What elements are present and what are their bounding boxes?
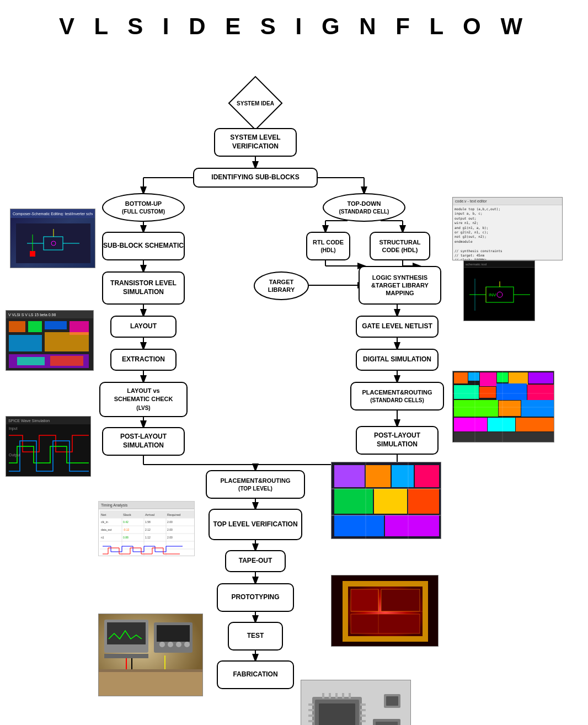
svg-rect-160 — [308, 720, 314, 722]
svg-rect-151 — [99, 672, 203, 696]
svg-rect-157 — [308, 703, 314, 706]
svg-rect-91 — [334, 489, 373, 514]
test-node: TEST — [228, 622, 283, 651]
svg-rect-167 — [322, 693, 324, 699]
svg-rect-87 — [334, 465, 365, 487]
schematic-screenshot: Composer-Schematic Editing: test/inverte… — [10, 209, 95, 268]
svg-rect-88 — [366, 465, 391, 487]
svg-text:Slack: Slack — [123, 513, 132, 516]
svg-text:0.88: 0.88 — [123, 536, 129, 539]
svg-rect-72 — [479, 387, 496, 398]
extraction-node: EXTRACTION — [110, 349, 177, 371]
svg-text:1.12: 1.12 — [145, 536, 151, 539]
svg-rect-140 — [104, 654, 148, 658]
svg-rect-48 — [45, 332, 89, 351]
svg-rect-93 — [408, 489, 439, 514]
svg-rect-94 — [334, 515, 384, 536]
svg-rect-76 — [499, 401, 521, 416]
page-title: V L S I D E S I G N F L O W — [0, 0, 588, 45]
svg-rect-134 — [351, 614, 420, 633]
svg-text:Output: Output — [9, 453, 20, 457]
svg-text:Required: Required — [167, 513, 180, 516]
top-level-verification-node: TOP LEVEL VERIFICATION — [209, 509, 302, 540]
svg-rect-45 — [45, 321, 67, 329]
svg-rect-132 — [351, 589, 378, 611]
transistor-level-simulation-node: TRANSISTOR LEVEL SIMULATION — [102, 271, 185, 305]
svg-rect-75 — [454, 400, 498, 417]
svg-rect-77 — [521, 400, 554, 417]
svg-rect-90 — [415, 465, 439, 487]
identifying-sub-blocks-node: IDENTIFYING SUB-BLOCKS — [193, 168, 318, 188]
svg-text:2.00: 2.00 — [167, 520, 173, 524]
post-layout-sim-left-node: POST-LAYOUT SIMULATION — [102, 427, 185, 456]
svg-rect-133 — [381, 589, 420, 611]
svg-rect-73 — [496, 383, 527, 400]
svg-rect-78 — [454, 418, 487, 431]
svg-rect-69 — [509, 372, 528, 385]
svg-text:2.00: 2.00 — [167, 536, 173, 539]
svg-rect-43 — [9, 321, 25, 332]
top-down-node: TOP-DOWN(STANDARD CELL) — [323, 193, 405, 222]
svg-rect-150 — [99, 669, 203, 672]
svg-text:data_out: data_out — [101, 528, 112, 531]
svg-rect-92 — [374, 489, 407, 514]
svg-rect-36 — [44, 237, 63, 250]
svg-rect-130 — [343, 581, 348, 642]
logic-synthesis-node: LOGIC SYNTHESIS&TARGET LIBRARYMAPPING — [359, 266, 441, 305]
svg-rect-158 — [308, 709, 314, 711]
system-level-verification-node: SYSTEM LEVEL VERIFICATION — [214, 128, 297, 157]
gate-level-netlist-node: GATE LEVEL NETLIST — [356, 316, 439, 338]
svg-rect-89 — [392, 465, 414, 487]
svg-rect-169 — [335, 693, 338, 699]
svg-rect-80 — [516, 418, 554, 431]
system-idea-node: SYSTEM IDEA — [228, 89, 283, 117]
svg-text:Arrival: Arrival — [145, 513, 154, 516]
svg-point-145 — [176, 642, 181, 647]
svg-rect-95 — [385, 515, 439, 536]
svg-rect-170 — [342, 693, 344, 699]
svg-rect-74 — [527, 385, 554, 400]
svg-text:n1: n1 — [101, 536, 104, 539]
post-layout-sim-right-node: POST-LAYOUT SIMULATION — [356, 426, 439, 455]
svg-rect-70 — [528, 372, 553, 383]
svg-rect-175 — [386, 696, 398, 706]
fabricated-chips-screenshot — [301, 680, 411, 725]
svg-text:-0.12: -0.12 — [123, 528, 130, 531]
svg-text:clk_in: clk_in — [101, 520, 108, 524]
svg-rect-171 — [349, 693, 351, 699]
svg-rect-65 — [454, 372, 468, 383]
svg-point-144 — [168, 642, 173, 647]
bottom-up-node: BOTTOM-UP(FULL CUSTOM) — [102, 193, 185, 222]
svg-text:1.58: 1.58 — [145, 520, 151, 524]
placement-routing-std-node: PLACEMENT&ROUTING(STANDARD CELLS) — [350, 382, 444, 411]
pr-standard-cells-screenshot — [452, 371, 554, 443]
svg-rect-47 — [9, 335, 42, 351]
placement-routing-top-node: PLACEMENT&ROUTING(TOP LEVEL) — [206, 470, 305, 499]
svg-point-146 — [184, 642, 190, 647]
structural-code-node: STRUCTURALCODE (HDL) — [370, 232, 430, 260]
svg-rect-50 — [17, 357, 45, 365]
svg-rect-52 — [6, 424, 91, 477]
svg-rect-81 — [454, 432, 554, 442]
svg-rect-139 — [107, 622, 146, 644]
svg-text:INV: INV — [489, 292, 496, 297]
waveform-screenshot: SPICE Wave Simulation Input Output — [6, 416, 91, 477]
svg-rect-162 — [360, 703, 366, 706]
svg-text:Net: Net — [101, 513, 106, 516]
fabrication-node: FABRICATION — [217, 660, 294, 689]
svg-text:0.42: 0.42 — [123, 520, 129, 524]
svg-rect-41 — [30, 251, 35, 257]
layout-vs-schematic-node: LAYOUT vsSCHEMATIC CHECK(LVS) — [99, 382, 188, 417]
tape-out-node: TAPE-OUT — [225, 550, 286, 572]
svg-rect-159 — [308, 715, 314, 717]
svg-text:Input: Input — [9, 427, 18, 431]
svg-rect-67 — [480, 372, 496, 386]
timing-screenshot: Timing Analysis Net Slack Arrival Requir… — [98, 501, 195, 556]
pr-top-level-screenshot — [331, 462, 441, 539]
svg-point-143 — [159, 642, 165, 647]
svg-rect-66 — [468, 372, 479, 381]
svg-rect-79 — [488, 418, 515, 431]
rtl-code-node: RTL CODE(HDL) — [306, 232, 350, 260]
svg-text:2.00: 2.00 — [167, 528, 173, 531]
chip-photo-screenshot — [331, 575, 439, 647]
